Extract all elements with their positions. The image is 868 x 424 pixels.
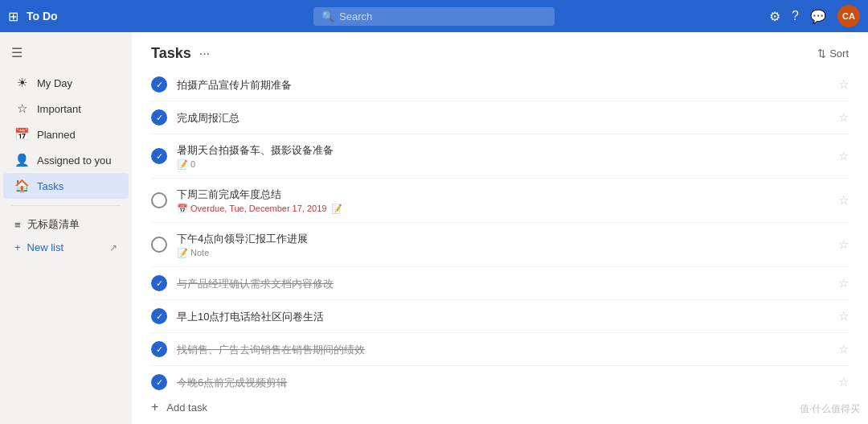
task-content: 早上10点打电话给社区问卷生活 <box>177 309 829 324</box>
sidebar-item-planned-label: Planned <box>37 129 76 141</box>
task-text: 找销售、广告去询销售在销售期间的绩效 <box>177 344 365 356</box>
task-text: 下午4点向领导汇报工作进展 <box>177 233 308 245</box>
sidebar-item-my-day-label: My Day <box>37 77 72 89</box>
add-task-button[interactable]: + Add task <box>151 390 849 424</box>
task-checkbox[interactable]: ✓ <box>151 109 167 126</box>
add-task-label: Add task <box>166 401 207 414</box>
new-list-label: New list <box>27 241 64 253</box>
task-item[interactable]: ✓暑期天台拍摄备车、摄影设备准备📝 0☆ <box>151 134 849 179</box>
search-icon: 🔍 <box>321 10 334 23</box>
sidebar-new-list[interactable]: + New list ↗ <box>3 237 129 258</box>
sidebar-unlabeled-label: 无标题清单 <box>27 217 80 232</box>
task-star-button[interactable]: ☆ <box>838 276 849 290</box>
checkmark-icon: ✓ <box>156 344 163 355</box>
task-meta-item: 📝 <box>331 204 342 214</box>
task-content: 与产品经理确认需求文档内容修改 <box>177 276 829 291</box>
task-text: 早上10点打电话给社区问卷生活 <box>177 311 324 323</box>
content-header: Tasks ··· ⇅ Sort <box>151 32 849 68</box>
hamburger-button[interactable]: ☰ <box>0 39 132 67</box>
task-meta: 📝 0 <box>177 159 829 170</box>
task-item[interactable]: ✓拍摄产品宣传片前期准备☆ <box>151 68 849 101</box>
sidebar-item-planned[interactable]: 📅 Planned <box>3 121 129 147</box>
task-meta-item: 📝 0 <box>177 159 195 170</box>
sidebar-item-important-label: Important <box>37 103 81 115</box>
task-text: 暑期天台拍摄备车、摄影设备准备 <box>177 144 334 156</box>
task-content: 暑期天台拍摄备车、摄影设备准备📝 0 <box>177 142 829 170</box>
search-bar[interactable]: 🔍 <box>313 7 555 26</box>
sidebar-item-assigned[interactable]: 👤 Assigned to you <box>3 147 129 173</box>
task-star-button[interactable]: ☆ <box>838 110 849 125</box>
chat-button[interactable]: 💬 <box>810 9 826 24</box>
topbar-actions: ⚙ ? 💬 CA <box>769 5 860 27</box>
task-content: 完成周报汇总 <box>177 110 829 126</box>
task-content: 今晚6点前完成视频剪辑 <box>177 375 829 390</box>
title-area: Tasks ··· <box>151 45 210 62</box>
task-checkbox[interactable]: ✓ <box>151 308 167 324</box>
list-icon: ≡ <box>14 219 21 231</box>
more-button[interactable]: ··· <box>199 47 210 61</box>
task-text: 与产品经理确认需求文档内容修改 <box>177 278 334 290</box>
grid-icon[interactable]: ⊞ <box>8 9 18 24</box>
task-star-button[interactable]: ☆ <box>838 237 849 252</box>
task-star-button[interactable]: ☆ <box>838 149 849 163</box>
task-text: 今晚6点前完成视频剪辑 <box>177 377 287 389</box>
app-title: To Do <box>27 10 58 23</box>
star-icon: ☆ <box>14 101 29 116</box>
calendar-icon: 📅 <box>14 127 29 142</box>
checkmark-icon: ✓ <box>156 278 163 289</box>
plus-icon: + <box>14 241 21 253</box>
task-star-button[interactable]: ☆ <box>838 77 849 92</box>
sun-icon: ☀ <box>14 76 29 90</box>
topbar: ⊞ To Do 🔍 ⚙ ? 💬 CA <box>0 0 868 32</box>
export-icon: ↗ <box>109 242 117 253</box>
page-title: Tasks <box>151 45 191 62</box>
content-area: Tasks ··· ⇅ Sort ✓拍摄产品宣传片前期准备☆✓完成周报汇总☆✓暑… <box>132 32 868 424</box>
task-star-button[interactable]: ☆ <box>838 342 849 356</box>
person-icon: 👤 <box>14 153 29 167</box>
task-list: ✓拍摄产品宣传片前期准备☆✓完成周报汇总☆✓暑期天台拍摄备车、摄影设备准备📝 0… <box>151 68 849 390</box>
task-checkbox[interactable]: ✓ <box>151 148 167 164</box>
task-item[interactable]: ✓找销售、广告去询销售在销售期间的绩效☆ <box>151 333 849 366</box>
task-checkbox[interactable]: ✓ <box>151 374 167 390</box>
sort-button[interactable]: ⇅ Sort <box>817 47 849 60</box>
task-checkbox[interactable]: ✓ <box>151 275 167 291</box>
task-content: 下周三前完成年度总结📅 Overdue, Tue, December 17, 2… <box>177 187 829 214</box>
task-item[interactable]: ✓早上10点打电话给社区问卷生活☆ <box>151 300 849 333</box>
sidebar-item-my-day[interactable]: ☀ My Day <box>3 70 129 96</box>
task-checkbox[interactable]: ✓ <box>151 341 167 357</box>
task-meta-item: 📝 Note <box>177 248 209 258</box>
sidebar-item-important[interactable]: ☆ Important <box>3 96 129 121</box>
add-icon: + <box>151 400 158 414</box>
task-meta: 📅 Overdue, Tue, December 17, 2019📝 <box>177 204 829 214</box>
settings-button[interactable]: ⚙ <box>769 9 780 24</box>
task-checkbox[interactable] <box>151 237 167 253</box>
task-text: 拍摄产品宣传片前期准备 <box>177 79 292 91</box>
search-input[interactable] <box>339 10 547 23</box>
task-checkbox[interactable] <box>151 192 167 208</box>
new-list-left: + New list <box>14 241 63 253</box>
task-item[interactable]: ✓完成周报汇总☆ <box>151 101 849 134</box>
avatar[interactable]: CA <box>837 5 860 27</box>
task-meta: 📝 Note <box>177 248 829 258</box>
checkmark-icon: ✓ <box>156 311 163 322</box>
help-button[interactable]: ? <box>792 9 799 23</box>
task-star-button[interactable]: ☆ <box>838 375 849 389</box>
task-item[interactable]: 下午4点向领导汇报工作进展📝 Note☆ <box>151 223 849 267</box>
sidebar-item-tasks-label: Tasks <box>37 180 63 192</box>
task-item[interactable]: ✓今晚6点前完成视频剪辑☆ <box>151 366 849 390</box>
sort-label: Sort <box>829 47 849 60</box>
sidebar-item-tasks[interactable]: 🏠 Tasks <box>3 173 129 199</box>
sidebar: ☰ ☀ My Day ☆ Important 📅 Planned 👤 Assig… <box>0 32 132 424</box>
main-layout: ☰ ☀ My Day ☆ Important 📅 Planned 👤 Assig… <box>0 32 868 424</box>
sidebar-unlabeled-list[interactable]: ≡ 无标题清单 <box>3 212 129 237</box>
task-text: 完成周报汇总 <box>177 112 240 124</box>
task-star-button[interactable]: ☆ <box>838 309 849 323</box>
task-checkbox[interactable]: ✓ <box>151 76 167 93</box>
task-item[interactable]: 下周三前完成年度总结📅 Overdue, Tue, December 17, 2… <box>151 179 849 223</box>
task-content: 找销售、广告去询销售在销售期间的绩效 <box>177 342 829 357</box>
home-icon: 🏠 <box>14 179 29 193</box>
task-item[interactable]: ✓与产品经理确认需求文档内容修改☆ <box>151 267 849 300</box>
task-star-button[interactable]: ☆ <box>838 193 849 208</box>
task-meta-item: 📅 Overdue, Tue, December 17, 2019 <box>177 204 326 214</box>
sort-icon: ⇅ <box>817 47 826 60</box>
